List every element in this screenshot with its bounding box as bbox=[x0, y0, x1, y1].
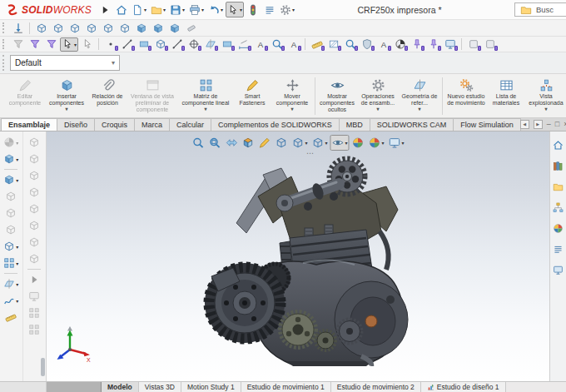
appearances-wheel-icon[interactable] bbox=[551, 221, 565, 235]
save-icon[interactable]: ▾ bbox=[168, 2, 186, 17]
filter-face-icon[interactable] bbox=[136, 37, 151, 52]
filter-pie-icon[interactable] bbox=[392, 37, 408, 52]
filter-pin-left-icon[interactable] bbox=[409, 37, 424, 52]
rotate-cube-icon[interactable] bbox=[273, 135, 289, 151]
bottom-tab-estudio-de-disen-o-1[interactable]: Estudio de diseño 1 bbox=[421, 382, 506, 392]
rebuild-traffic-icon[interactable] bbox=[245, 2, 261, 17]
restore-button[interactable]: □ bbox=[555, 121, 559, 128]
file-properties-icon[interactable] bbox=[261, 2, 277, 17]
ribbon-button-insertar-componentes[interactable]: Insertar componentes▾ bbox=[45, 75, 88, 117]
toolbar-drag-handle[interactable] bbox=[2, 55, 7, 71]
filter-origin-icon[interactable] bbox=[186, 37, 201, 52]
select-cursor-icon[interactable]: ▾ bbox=[226, 2, 244, 17]
filter-solid-icon[interactable] bbox=[152, 37, 168, 52]
ribbon-button-operaciones-de-ensamb[interactable]: Operaciones de ensamb...▾ bbox=[357, 75, 399, 117]
ribbon-button-matriz-de-componente-lineal[interactable]: Matriz de componente lineal▾ bbox=[178, 75, 233, 117]
graphics-viewport[interactable]: ▾▾▾▾▾ ⋯ bbox=[47, 131, 549, 381]
file-explorer-folder-icon[interactable] bbox=[551, 180, 565, 193]
undo-icon[interactable]: ▾ bbox=[206, 2, 225, 17]
flyout-arrow-icon[interactable] bbox=[97, 2, 112, 17]
collapse-pane-right-button[interactable]: ▶ bbox=[534, 120, 543, 129]
filter-plane-icon[interactable] bbox=[202, 37, 218, 52]
view-cube-shaded-dim-icon[interactable] bbox=[150, 20, 166, 36]
toolbar-drag-handle[interactable] bbox=[2, 39, 7, 49]
toolbar-drag-handle[interactable] bbox=[2, 22, 7, 33]
bottom-tab-vistas-3d[interactable]: Vistas 3D bbox=[139, 382, 181, 392]
funnel-filter-icon[interactable] bbox=[43, 37, 59, 52]
zoom-fit-icon[interactable] bbox=[190, 135, 206, 151]
options-gear-icon[interactable]: ▾ bbox=[278, 2, 296, 17]
explode-squiggle-icon[interactable]: ▾ bbox=[2, 293, 20, 308]
left-toolbar-scrollbar-thumb[interactable] bbox=[41, 358, 45, 376]
bottom-tab-modelo[interactable]: Modelo bbox=[102, 382, 139, 392]
view-cube-shaded-iso-icon[interactable] bbox=[133, 20, 149, 36]
ribbon-button-geometri-a-de-refer[interactable]: Geometría de refer...▾ bbox=[399, 75, 440, 117]
edit-appearance-sphere-icon[interactable] bbox=[350, 135, 366, 151]
search-folder-icon[interactable] bbox=[519, 4, 534, 16]
bottom-tab-motion-study-1[interactable]: Motion Study 1 bbox=[181, 382, 241, 392]
view-cube-front-icon[interactable] bbox=[83, 20, 99, 36]
measure-ruler-icon[interactable] bbox=[3, 310, 19, 325]
search-box[interactable]: Busc bbox=[514, 2, 566, 17]
tab-calcular[interactable]: Calcular bbox=[169, 118, 211, 131]
filter-shield-icon[interactable] bbox=[359, 37, 375, 52]
filter-a-icon[interactable] bbox=[465, 37, 481, 52]
eraser-knife-icon[interactable] bbox=[183, 20, 199, 36]
filter-axis-icon[interactable] bbox=[169, 37, 185, 52]
bottom-tab-estudio-de-movimiento-1[interactable]: Estudio de movimiento 1 bbox=[241, 382, 331, 392]
view-cube-hlr-icon[interactable] bbox=[50, 20, 66, 36]
tab-ensamblaje[interactable]: Ensamblaje bbox=[1, 118, 57, 131]
home-icon[interactable] bbox=[551, 138, 565, 151]
view-cube-left-icon[interactable] bbox=[100, 20, 116, 36]
tab-flow-simulation[interactable]: Flow Simulation bbox=[453, 118, 521, 131]
ribbon-button-mover-componente[interactable]: Mover componente▾ bbox=[271, 75, 313, 117]
ribbon-button-relacio-n-de-posicio-n[interactable]: Relación de posición bbox=[88, 75, 127, 117]
ref-plane-icon[interactable]: ▾ bbox=[2, 276, 20, 291]
configuration-combobox[interactable]: Default ▾ bbox=[10, 55, 120, 71]
filter-ruler-icon[interactable] bbox=[309, 37, 325, 52]
filter-annotation2-icon[interactable]: A bbox=[375, 37, 391, 52]
mate-cube-shaded-icon[interactable]: ▾ bbox=[2, 172, 20, 187]
filter-dimension-icon[interactable] bbox=[236, 37, 251, 52]
tab-solidworks-cam[interactable]: SOLIDWORKS CAM bbox=[370, 118, 454, 131]
design-library-books-icon[interactable] bbox=[551, 159, 565, 172]
section-view-icon[interactable] bbox=[240, 135, 256, 151]
filter-monitor-icon[interactable] bbox=[442, 37, 458, 52]
filter-annotation-icon[interactable]: A bbox=[252, 37, 268, 52]
tab-mbd[interactable]: MBD bbox=[339, 118, 370, 131]
tab-disen-o[interactable]: Diseño bbox=[57, 118, 95, 131]
filter-magnify-icon[interactable] bbox=[269, 37, 285, 52]
view-cube-top-icon[interactable] bbox=[117, 20, 132, 36]
ribbon-button-mostrar-componentes-ocultos[interactable]: Mostrar componentes ocultos bbox=[317, 75, 357, 117]
view-cube-wire-icon[interactable] bbox=[33, 20, 49, 36]
filter-surface-icon[interactable] bbox=[219, 37, 235, 52]
tab-croquis[interactable]: Croquis bbox=[94, 118, 135, 131]
filter-hatch-icon[interactable] bbox=[325, 37, 341, 52]
filter-magnify2-icon[interactable] bbox=[342, 37, 358, 52]
horizontal-scrollbar-thumb[interactable] bbox=[47, 382, 102, 392]
ribbon-button-nuevo-estudio-de-movimiento[interactable]: Nuevo estudio de movimiento bbox=[444, 75, 488, 117]
filter-pin-right-icon[interactable] bbox=[425, 37, 441, 52]
insert-component-cube-icon[interactable]: ▾ bbox=[2, 151, 20, 166]
tab-marca[interactable]: Marca bbox=[134, 118, 170, 131]
ribbon-button-lista-de-materiales[interactable]: Lista de materiales bbox=[488, 75, 524, 117]
sketch-tools-icon[interactable] bbox=[256, 135, 272, 151]
funnel-outline-icon[interactable] bbox=[27, 37, 42, 52]
view-settings-monitor-icon[interactable]: ▾ bbox=[387, 135, 406, 151]
engine-3d-model[interactable] bbox=[186, 151, 416, 366]
tab-complementos-de-solidworks[interactable]: Complementos de SOLIDWORKS bbox=[211, 118, 340, 131]
filter-b-icon[interactable] bbox=[482, 37, 498, 52]
apply-scene-sphere-icon[interactable]: ▾ bbox=[367, 135, 386, 151]
update-anchor-icon[interactable] bbox=[10, 20, 26, 36]
ribbon-button-smart-fasteners[interactable]: Smart Fasteners bbox=[233, 75, 271, 117]
print-icon[interactable]: ▾ bbox=[187, 2, 206, 17]
open-folder-icon[interactable]: ▾ bbox=[149, 2, 167, 17]
custom-properties-list-icon[interactable] bbox=[551, 242, 565, 256]
forum-monitor-icon[interactable] bbox=[551, 263, 565, 276]
filter-edge-icon[interactable] bbox=[119, 37, 135, 52]
hide-show-eye-icon[interactable]: ▾ bbox=[330, 135, 349, 151]
minimize-button[interactable]: – bbox=[547, 121, 551, 128]
zoom-area-icon[interactable] bbox=[206, 135, 222, 151]
view-palette-hier-icon[interactable] bbox=[551, 201, 565, 214]
select-cursor-icon[interactable]: ▾ bbox=[60, 37, 78, 52]
